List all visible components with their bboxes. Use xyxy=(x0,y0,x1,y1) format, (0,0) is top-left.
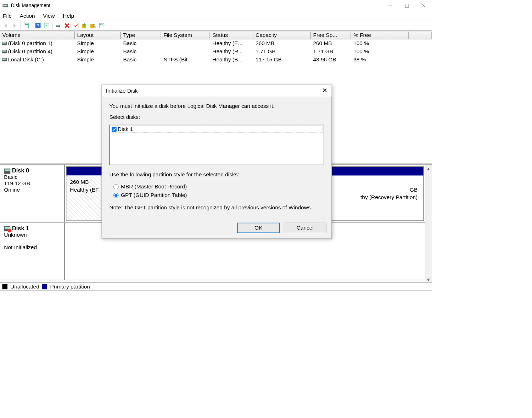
menu-view[interactable]: View xyxy=(43,13,55,20)
list-button[interactable] xyxy=(97,22,106,29)
help-button[interactable]: ? xyxy=(34,22,42,29)
col-status[interactable]: Status xyxy=(210,32,253,39)
disk1-status: Not Initialized xyxy=(4,244,37,251)
mbr-radio[interactable] xyxy=(113,184,119,189)
volume-type: Basic xyxy=(121,56,161,63)
check-button[interactable] xyxy=(72,22,80,29)
disk-list: Disk 1 xyxy=(110,125,324,165)
disk-icon xyxy=(4,169,10,174)
vertical-scrollbar[interactable]: ▴ ▾ xyxy=(425,165,432,282)
disk0-type: Basic xyxy=(4,174,17,180)
volume-capacity: 260 MB xyxy=(253,40,311,47)
scroll-down-icon[interactable]: ▾ xyxy=(425,276,432,282)
volume-free: 43.96 GB xyxy=(311,56,351,63)
menu-bar: File Action View Help xyxy=(0,11,432,21)
legend-primary-label: Primary partition xyxy=(50,284,90,290)
col-volume[interactable]: Volume xyxy=(0,32,75,39)
disk1-type: Unknown xyxy=(4,232,27,238)
col-type[interactable]: Type xyxy=(121,32,161,39)
rescan-button[interactable] xyxy=(54,22,62,29)
partition-style-label: Use the following partition style for th… xyxy=(110,171,324,178)
find-button[interactable] xyxy=(89,22,97,29)
menu-file[interactable]: File xyxy=(3,13,12,20)
volume-status: Healthy (R... xyxy=(210,48,253,55)
disk1-title: Disk 1 xyxy=(12,225,29,231)
toolbar: ? xyxy=(0,21,432,31)
mbr-label: MBR (Master Boot Record) xyxy=(121,183,187,190)
volume-type: Basic xyxy=(121,40,161,47)
extend-button[interactable] xyxy=(80,22,89,29)
svg-rect-6 xyxy=(24,23,28,28)
volume-pct: 38 % xyxy=(351,56,409,63)
volume-status: Healthy (B... xyxy=(210,56,253,63)
legend-unallocated-label: Unallocated xyxy=(10,284,39,290)
disk-item-label: Disk 1 xyxy=(118,126,133,133)
scroll-up-icon[interactable]: ▴ xyxy=(425,165,432,171)
radio-gpt[interactable]: GPT (GUID Partition Table) xyxy=(110,191,324,199)
volume-pct: 100 % xyxy=(351,48,409,55)
volume-table-header: Volume Layout Type File System Status Ca… xyxy=(0,32,432,40)
partition-status: thy (Recovery Partition) xyxy=(360,194,418,202)
volume-name: Local Disk (C:) xyxy=(8,56,44,63)
disk0-label[interactable]: Disk 0 Basic 119.12 GB Online xyxy=(0,165,65,222)
gpt-label: GPT (GUID Partition Table) xyxy=(121,192,187,199)
col-capacity[interactable]: Capacity xyxy=(253,32,311,39)
col-layout[interactable]: Layout xyxy=(75,32,121,39)
svg-rect-7 xyxy=(25,24,28,25)
volume-layout: Simple xyxy=(75,56,121,63)
volume-name: (Disk 0 partition 1) xyxy=(8,40,52,47)
disk1-label[interactable]: Disk 1 Unknown Not Initialized xyxy=(0,223,65,280)
window-title: Disk Management xyxy=(11,3,50,9)
gpt-radio[interactable] xyxy=(113,193,119,198)
dialog-close-button[interactable]: ✕ xyxy=(322,87,327,94)
svg-rect-1 xyxy=(3,5,7,6)
initialize-disk-dialog: Initialize Disk ✕ You must initialize a … xyxy=(102,85,332,239)
col-filesystem[interactable]: File System xyxy=(161,32,210,39)
table-row[interactable]: Local Disk (C:) Simple Basic NTFS (Bit..… xyxy=(0,56,432,64)
refresh-button[interactable] xyxy=(43,22,51,29)
svg-rect-18 xyxy=(99,23,104,28)
disk-checkbox[interactable] xyxy=(112,127,117,132)
properties-button[interactable] xyxy=(22,22,30,29)
svg-text:?: ? xyxy=(37,23,39,28)
volume-name: (Disk 0 partition 4) xyxy=(8,48,52,55)
ok-button[interactable]: OK xyxy=(237,223,280,233)
svg-line-17 xyxy=(95,26,96,27)
disk0-status: Online xyxy=(4,187,20,193)
svg-rect-13 xyxy=(73,23,78,28)
radio-mbr[interactable]: MBR (Master Boot Record) xyxy=(110,182,324,191)
menu-action[interactable]: Action xyxy=(20,13,35,20)
table-row[interactable]: (Disk 0 partition 4) Simple Basic Health… xyxy=(0,48,432,56)
volume-pct: 100 % xyxy=(351,40,409,47)
dialog-message: You must initialize a disk before Logica… xyxy=(110,103,324,109)
partition-status: Healthy (EF xyxy=(70,187,99,193)
volume-status: Healthy (E... xyxy=(210,40,253,47)
volume-capacity: 117.15 GB xyxy=(253,56,311,63)
volume-fs: NTFS (Bit... xyxy=(161,56,210,63)
close-button[interactable] xyxy=(415,0,432,11)
partition-size: 260 MB xyxy=(70,179,89,185)
delete-button[interactable] xyxy=(63,22,71,29)
disk-error-icon xyxy=(4,226,10,231)
svg-rect-3 xyxy=(405,4,409,7)
volume-free: 1.71 GB xyxy=(311,48,351,55)
volume-layout: Simple xyxy=(75,48,121,55)
disk-icon xyxy=(2,50,7,53)
table-row[interactable]: (Disk 0 partition 1) Simple Basic Health… xyxy=(0,39,432,48)
cancel-button[interactable]: Cancel xyxy=(284,223,326,233)
minimize-button[interactable] xyxy=(382,0,399,11)
back-button[interactable] xyxy=(2,22,10,29)
partition-size: GB xyxy=(410,186,418,194)
disk0-size: 119.12 GB xyxy=(4,180,30,186)
legend: Unallocated Primary partition xyxy=(0,282,432,291)
svg-rect-12 xyxy=(56,25,59,26)
maximize-button[interactable] xyxy=(399,0,415,11)
col-free[interactable]: Free Sp... xyxy=(311,32,351,39)
select-disks-label: Select disks: xyxy=(110,114,324,120)
disk-list-item[interactable]: Disk 1 xyxy=(111,126,322,133)
menu-help[interactable]: Help xyxy=(63,13,74,20)
forward-button[interactable] xyxy=(10,22,18,29)
disk0-partition-1[interactable]: 260 MB Healthy (EF xyxy=(66,166,106,221)
col-pctfree[interactable]: % Free xyxy=(351,32,409,39)
gpt-note: Note: The GPT partition style is not rec… xyxy=(110,204,324,211)
